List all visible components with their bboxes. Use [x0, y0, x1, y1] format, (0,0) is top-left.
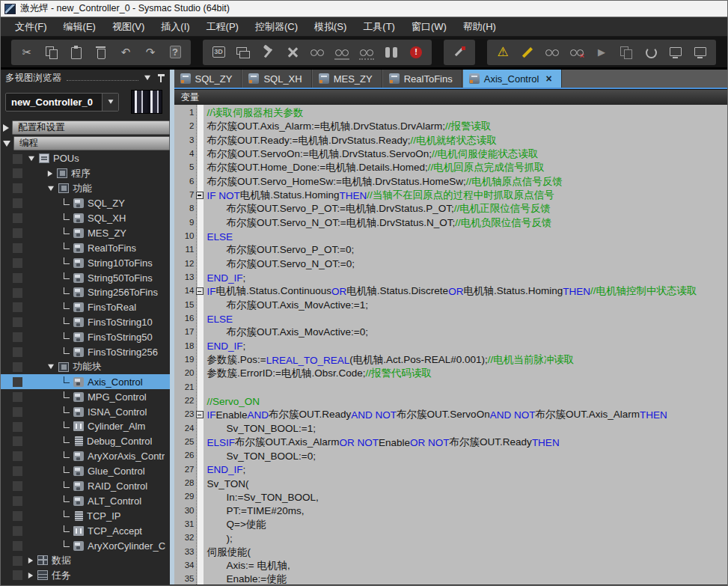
menu-item-9[interactable]: 帮助(H) — [456, 18, 503, 36]
monitor-button[interactable] — [543, 43, 561, 61]
tree-item-label: FinsToReal — [88, 302, 136, 313]
monitor-stop-button[interactable]: × — [568, 43, 586, 61]
search-button[interactable] — [382, 43, 400, 61]
line-number: 25 — [174, 437, 195, 446]
tree-item-axis-control[interactable]: Axis_Control — [1, 374, 170, 389]
menu-item-2[interactable]: 视图(V) — [105, 18, 151, 36]
tree-item-功能[interactable]: 功能 — [1, 181, 170, 196]
tree-item-debug-control[interactable]: Debug_Control — [1, 434, 170, 449]
tree-item-string50tofins[interactable]: String50ToFins — [1, 270, 170, 285]
transfer-to-controller-button[interactable] — [667, 43, 685, 61]
menu-item-0[interactable]: 文件(F) — [8, 18, 54, 36]
tree-item-aryxorcylinder-c[interactable]: AryXorCylinder_C — [1, 538, 170, 553]
tree-item-finstostring256[interactable]: FinsToString256 — [1, 345, 170, 360]
code-keyword: THEN — [563, 286, 590, 297]
monitor-stop-icon: × — [569, 45, 584, 60]
view-3d-button[interactable]: 3D — [209, 43, 227, 61]
transfer-from-controller-button[interactable] — [691, 43, 709, 61]
error-list-button[interactable]: ! — [407, 43, 425, 61]
st-code-editor[interactable]: 1//读取伺服器相关参数2布尔簇OUT.Axis_Alarm:=电机轴.DrvS… — [174, 105, 727, 585]
warning-suppress-button[interactable] — [519, 43, 536, 61]
tab-label: SQL_XH — [263, 73, 302, 85]
tree-item-任务[interactable]: 任务 — [1, 568, 170, 583]
differential-monitor-button[interactable] — [617, 43, 635, 61]
project-tree: 配置和设置编程POUs程序功能SQL_ZYSQL_XHMES_ZYRealToF… — [1, 120, 170, 585]
pin-icon[interactable] — [157, 73, 165, 83]
fold-marker[interactable] — [196, 287, 204, 295]
controller-status-icon — [131, 90, 162, 114]
menu-item-8[interactable]: 窗口(W) — [405, 18, 453, 36]
code-comment: //报警代码读取 — [365, 367, 432, 380]
tree-item-alt-control[interactable]: ALT_Control — [1, 493, 170, 508]
tab-close-button[interactable]: × — [545, 73, 551, 85]
tree-indent — [1, 203, 64, 204]
cut-button[interactable]: ✂ — [18, 43, 36, 61]
tree-item-finstostring10[interactable]: FinsToString10 — [1, 315, 170, 330]
synchronize-button[interactable] — [642, 43, 660, 61]
copy-button[interactable] — [43, 43, 61, 61]
chevron-down-icon[interactable] — [144, 76, 150, 80]
tree-section-配置和设置[interactable]: 配置和设置 — [1, 120, 170, 135]
code-line: 11布尔簇OUT.Servo_P_OT:=0; — [174, 243, 727, 257]
code-text: 布尔簇OUT.Axis_Alarm:=电机轴.DrvStatus.DrvAlar… — [207, 120, 727, 133]
tab-sql-zy[interactable]: SQL_ZY — [174, 70, 242, 88]
menu-item-7[interactable]: 工具(T) — [356, 18, 402, 36]
help-button[interactable]: ? — [166, 43, 184, 61]
code-comment: //读取伺服器相关参数 — [207, 106, 304, 120]
tree-item-isna-control[interactable]: ISNA_Control — [1, 404, 170, 419]
step-run-icon: ▶ — [594, 45, 609, 60]
online-edit-button[interactable] — [450, 43, 468, 61]
tree-item-数据[interactable]: 数据 — [1, 553, 170, 568]
code-keyword: ELSIF — [207, 437, 236, 448]
fold-marker[interactable] — [196, 192, 204, 199]
tree-item-finstoreal[interactable]: FinsToReal — [1, 300, 170, 315]
step-run-button[interactable]: ▶ — [593, 43, 611, 61]
code-text: 布尔簇OUT.Axis_MovActive:=0; — [207, 326, 727, 339]
menu-item-4[interactable]: 工程(P) — [200, 18, 245, 36]
tree-item-string10tofins[interactable]: String10ToFins — [1, 255, 170, 270]
chevron-down-icon — [102, 94, 118, 111]
build-button[interactable] — [259, 43, 277, 61]
paste-button[interactable] — [67, 43, 85, 61]
rebuild-button[interactable] — [284, 43, 302, 61]
tree-item-tcp-ip[interactable]: TCP_IP — [1, 508, 170, 523]
tree-item-sql-zy[interactable]: SQL_ZY — [1, 196, 170, 211]
controller-selector[interactable]: new_Controller_0 — [5, 93, 119, 112]
tree-item-string256tofins[interactable]: String256ToFins — [1, 285, 170, 300]
menu-item-1[interactable]: 编辑(E) — [57, 18, 103, 36]
tree-item-pous[interactable]: POUs — [1, 151, 170, 166]
tree-section-编程[interactable]: 编程 — [1, 135, 170, 151]
tree-item-mpg-control[interactable]: MPG_Control — [1, 389, 170, 404]
compile-check-button[interactable] — [308, 43, 326, 61]
tree-item-tcp-accept[interactable]: TCP_Accept — [1, 523, 170, 538]
tree-item-sql-xh[interactable]: SQL_XH — [1, 211, 170, 226]
menu-item-3[interactable]: 插入(I) — [154, 18, 196, 36]
undo-button[interactable]: ↶ — [117, 43, 135, 61]
tree-item-aryxoraxis-contr[interactable]: AryXorAxis_Contr — [1, 449, 170, 464]
tab-realtofins[interactable]: RealToFins — [383, 70, 462, 88]
warning-show-button[interactable]: ⚠ — [494, 43, 512, 61]
tree-item-cylinder-alm[interactable]: Cylinder_Alm — [1, 419, 170, 434]
io-map-button[interactable] — [358, 43, 376, 61]
tree-item-raid-control[interactable]: RAID_Control — [1, 479, 170, 494]
tree-item-finstostring50[interactable]: FinsToString50 — [1, 330, 170, 345]
tab-mes-zy[interactable]: MES_ZY — [313, 70, 382, 88]
tree-item-功能块[interactable]: 功能块 — [1, 359, 170, 374]
variable-table-button[interactable] — [333, 43, 351, 61]
fold-marker[interactable] — [196, 411, 204, 418]
menu-item-6[interactable]: 模拟(S) — [308, 18, 353, 36]
tab-axis-control[interactable]: Axis_Control× — [463, 70, 562, 88]
code-keyword: ELSE — [207, 231, 233, 242]
redo-button[interactable]: ↷ — [141, 43, 159, 61]
tree-item-realtofins[interactable]: RealToFins — [1, 240, 170, 255]
tree-item-mes-zy[interactable]: MES_ZY — [1, 225, 170, 240]
delete-button[interactable] — [92, 43, 110, 61]
menu-item-5[interactable]: 控制器(C) — [248, 18, 305, 36]
tree-item-label: MES_ZY — [88, 228, 126, 239]
window-layout-button[interactable] — [234, 43, 252, 61]
variables-bar[interactable]: 变量 — [174, 89, 727, 105]
tree-item-glue-control[interactable]: Glue_Control — [1, 464, 170, 479]
tree-item-程序[interactable]: 程序 — [1, 166, 170, 181]
tree-elbow — [64, 317, 70, 324]
tab-sql-xh[interactable]: SQL_XH — [242, 70, 311, 88]
